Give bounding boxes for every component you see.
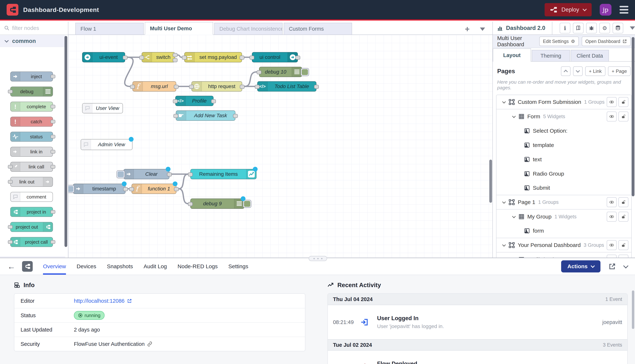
input-port[interactable] <box>173 114 178 118</box>
canvas-node-timestamp[interactable]: timestamp <box>73 184 125 194</box>
tab-layout[interactable]: Layout <box>493 48 531 62</box>
output-port[interactable] <box>174 187 179 191</box>
deploy-button[interactable]: Deploy <box>545 3 592 16</box>
input-port[interactable] <box>8 180 13 184</box>
tab-client-data[interactable]: Client Data <box>571 50 609 61</box>
debug-toggle-button[interactable] <box>301 68 309 76</box>
canvas-node-function1[interactable]: f function 1 <box>132 184 176 194</box>
palette-node-project-call[interactable]: project call <box>10 237 53 247</box>
canvas-node-switch[interactable]: switch <box>142 52 175 62</box>
actions-button[interactable]: Actions <box>561 260 600 272</box>
eye-icon[interactable] <box>607 97 617 107</box>
activity-event-row[interactable]: 08:21:49 User Logged In User 'joepavitt'… <box>328 305 627 339</box>
tab-snapshots[interactable]: Snapshots <box>107 258 133 275</box>
palette-node-complete[interactable]: ! complete <box>10 102 53 112</box>
input-port[interactable] <box>182 56 187 60</box>
tab-theming[interactable]: Theming <box>532 50 570 61</box>
tree-widget-row[interactable]: Submit <box>496 181 631 195</box>
canvas-node-todo-list-table[interactable]: </> Todo List Table <box>257 81 316 92</box>
input-port[interactable] <box>8 225 13 229</box>
deploy-caret-icon[interactable] <box>583 7 587 11</box>
input-port[interactable] <box>189 85 194 89</box>
output-port[interactable] <box>240 56 244 60</box>
unlock-icon[interactable] <box>618 97 628 107</box>
panel-drag-handle[interactable] <box>309 256 327 261</box>
context-data-icon[interactable] <box>612 23 623 34</box>
unlock-icon[interactable] <box>618 212 628 222</box>
output-port[interactable] <box>51 105 55 108</box>
tree-group-row[interactable]: Form 5 Widgets <box>496 109 631 124</box>
output-port[interactable] <box>51 240 55 244</box>
bottom-panel-scrollbar[interactable] <box>632 290 634 329</box>
flow-tab-debug-chart[interactable]: Debug Chart Inconsistence S <box>214 23 283 34</box>
tree-group-row[interactable]: My Group 1 Widgets <box>496 210 631 224</box>
tab-devices[interactable]: Devices <box>77 258 96 275</box>
output-port[interactable] <box>167 172 172 176</box>
sidebar-menu-caret-icon[interactable] <box>630 26 635 30</box>
palette-node-status[interactable]: status <box>10 132 53 142</box>
output-port-1[interactable] <box>173 53 177 57</box>
main-menu-icon[interactable] <box>619 6 628 14</box>
canvas-node-ui-event[interactable]: ui-event <box>82 52 125 62</box>
palette-category-common[interactable]: common <box>0 35 65 47</box>
tab-audit-log[interactable]: Audit Log <box>144 258 167 275</box>
inject-button[interactable] <box>68 185 74 193</box>
user-avatar[interactable]: jp <box>600 4 611 16</box>
eye-icon[interactable] <box>607 197 617 207</box>
input-port[interactable] <box>188 202 193 206</box>
inject-button[interactable] <box>116 170 125 178</box>
chain-link-icon[interactable] <box>147 342 152 346</box>
flow-canvas[interactable]: ui-event switch set msg.payload ui contr… <box>68 35 492 258</box>
canvas-node-debug10[interactable]: debug 10 <box>259 67 302 77</box>
palette-node-comment[interactable]: comment <box>10 192 53 202</box>
open-dashboard-button[interactable]: Open Dashboard <box>582 36 630 46</box>
tree-page-row[interactable]: Page 1 1 Groups <box>496 195 631 210</box>
input-port[interactable] <box>255 85 260 89</box>
flow-tab-custom-forms[interactable]: Custom Forms <box>284 23 352 34</box>
canvas-node-http-request[interactable]: http request <box>191 81 242 92</box>
output-port[interactable] <box>51 150 55 154</box>
canvas-node-clear[interactable]: Clear <box>123 169 169 179</box>
input-port[interactable] <box>250 56 254 60</box>
tree-widget-row[interactable]: Select Option: <box>496 124 631 138</box>
back-arrow-icon[interactable]: ← <box>7 262 16 271</box>
collapse-panel-icon[interactable] <box>623 263 628 268</box>
palette-node-project-out[interactable]: project out <box>10 222 53 232</box>
canvas-node-add-new-task[interactable]: ☛ Add New Task <box>176 110 235 121</box>
palette-scrollbar[interactable] <box>65 36 67 247</box>
input-port[interactable] <box>130 85 135 89</box>
palette-node-inject[interactable]: inject <box>10 72 53 82</box>
unlock-icon[interactable] <box>618 240 628 250</box>
palette-node-link-in[interactable]: link in <box>10 147 53 157</box>
tree-widget-row[interactable]: template <box>496 138 631 152</box>
tree-widget-row[interactable]: text <box>496 152 631 166</box>
output-port[interactable] <box>51 75 55 78</box>
canvas-node-msg-url[interactable]: f msg.url <box>132 81 176 92</box>
eye-icon[interactable] <box>607 112 617 122</box>
tab-settings[interactable]: Settings <box>228 258 248 275</box>
activity-event-row[interactable]: 13:34:42 Flow Deployed Deploy type 'full… <box>328 350 627 364</box>
add-link-button[interactable]: + Link <box>585 66 605 76</box>
output-port[interactable] <box>240 85 245 89</box>
sidebar-tab-dashboard[interactable]: Dashboard 2.0 <box>493 22 552 34</box>
output-port[interactable] <box>233 114 238 118</box>
output-port[interactable] <box>174 85 179 89</box>
input-port[interactable] <box>188 172 193 176</box>
canvas-node-remaining-items[interactable]: Remaining Items <box>190 169 257 179</box>
output-port-2[interactable] <box>173 58 177 62</box>
palette-node-link-call[interactable]: link call <box>10 162 53 172</box>
output-port[interactable] <box>295 56 300 60</box>
input-port[interactable] <box>8 240 13 244</box>
debug-toggle-button[interactable] <box>243 200 251 208</box>
tree-widget-row[interactable]: form <box>496 224 631 238</box>
tree-page-row[interactable]: Custom Form Submission 1 Groups <box>496 95 631 109</box>
flow-tab-flow1[interactable]: Flow 1 <box>75 23 144 34</box>
output-port[interactable] <box>123 56 127 60</box>
palette-node-catch[interactable]: ! catch <box>10 117 53 126</box>
canvas-vertical-scrollbar[interactable] <box>489 160 492 203</box>
input-port[interactable] <box>129 187 134 191</box>
edit-settings-button[interactable]: Edit Settings⚙ <box>539 36 579 46</box>
input-port[interactable] <box>8 90 13 94</box>
open-editor-icon[interactable] <box>608 263 616 270</box>
output-port[interactable] <box>211 99 216 103</box>
